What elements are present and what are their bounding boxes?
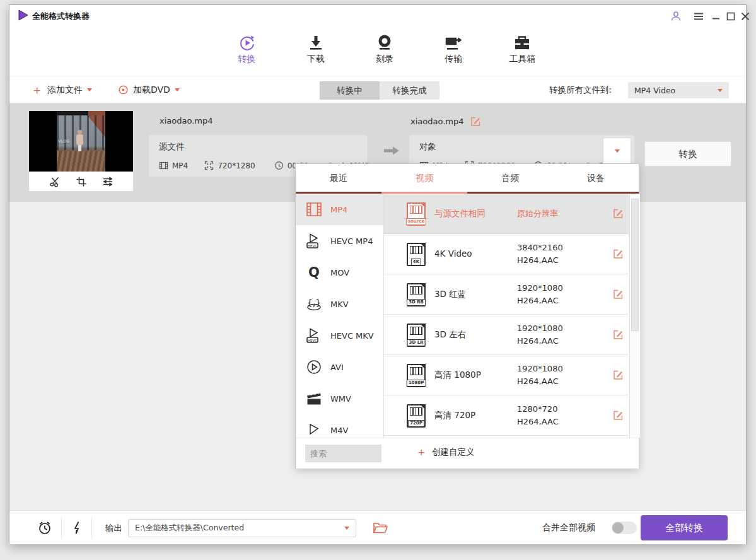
preset-edit-icon[interactable] (613, 208, 624, 219)
convert-all-to-label: 转换所有文件到: (549, 85, 612, 96)
film-icon (159, 161, 168, 170)
merge-videos-toggle[interactable] (612, 522, 637, 534)
divider (91, 517, 92, 539)
tab-download[interactable]: 下载 (281, 28, 350, 76)
preset-3d-rb-icon: 3D RB (407, 283, 426, 306)
tab-converted[interactable]: 转换完成 (380, 81, 439, 100)
output-path-caret-icon (344, 527, 349, 530)
tab-toolbox[interactable]: 工具箱 (488, 28, 557, 76)
preset-3d-rb[interactable]: 3D RB 3D 红蓝 1920*1080H264,AAC (384, 274, 629, 315)
hevc-mkv-icon: HEVC (305, 327, 323, 344)
convert-icon (238, 33, 257, 52)
high-speed-icon[interactable] (70, 520, 85, 535)
effects-icon[interactable] (102, 176, 113, 187)
crop-icon[interactable] (76, 176, 87, 187)
tab-video[interactable]: 视频 (381, 164, 467, 192)
close-icon[interactable] (738, 9, 752, 23)
wmv-icon (305, 390, 323, 407)
avi-icon (305, 358, 323, 376)
format-item-m4v[interactable]: M4V (296, 414, 383, 438)
minimize-icon[interactable] (709, 9, 723, 23)
source-section-label: 源文件 (159, 141, 185, 153)
svg-text:HEVC: HEVC (308, 339, 318, 342)
convert-all-button[interactable]: 全部转换 (641, 515, 728, 540)
trim-icon[interactable] (49, 176, 61, 187)
target-format-dropdown-button[interactable] (603, 137, 631, 165)
preset-edit-icon[interactable] (613, 329, 624, 340)
rename-icon[interactable] (470, 116, 481, 127)
toolbar: ＋ 添加文件 加载DVD 转换中 转换完成 转换所有文件到: MP4 Video (9, 76, 746, 103)
load-dvd-button[interactable]: 加载DVD (118, 76, 180, 103)
tab-convert-label: 转换 (238, 54, 256, 64)
tab-burn[interactable]: 刻录 (350, 28, 419, 76)
preset-3d-lr-icon: 3D LR (407, 324, 426, 347)
tab-convert[interactable]: 转换 (212, 28, 281, 76)
merge-videos-label: 合并全部视频 (542, 522, 595, 534)
format-item-wmv[interactable]: WMV (296, 383, 383, 414)
desktop: { "titlebar": { "title": "全能格式转换器" }, "n… (0, 0, 756, 560)
preset-edit-icon[interactable] (613, 248, 624, 259)
format-item-mp4[interactable]: MP4 (296, 194, 383, 225)
preset-4k-icon: 4K (407, 243, 426, 266)
output-path-value: E:\全能格式转换器\Converted (135, 523, 244, 534)
scrollbar-thumb[interactable] (631, 199, 639, 331)
format-item-avi[interactable]: AVI (296, 351, 383, 383)
tab-transfer-label: 传输 (445, 54, 462, 64)
format-item-hevc-mp4[interactable]: HEVC HEVC MP4 (296, 225, 383, 257)
preset-1080p-icon: 1080P (407, 364, 426, 387)
format-item-mkv[interactable]: {,} MKV (296, 288, 383, 320)
format-item-hevc-mkv[interactable]: HEVC HEVC MKV (296, 320, 383, 351)
tab-transfer[interactable]: 传输 (419, 28, 488, 76)
preset-1080p[interactable]: 1080P 高清 1080P 1920*1080H264,AAC (384, 355, 629, 395)
output-path-select[interactable]: E:\全能格式转换器\Converted (128, 519, 356, 537)
add-files-label: 添加文件 (47, 85, 83, 96)
preset-same-as-source[interactable]: source 与源文件相同 原始分辨率 (384, 194, 629, 234)
mp4-icon (305, 201, 323, 218)
create-custom-button[interactable]: ＋ 创建自定义 (416, 446, 475, 458)
duration-icon (274, 161, 284, 170)
source-filename: xiaodao.mp4 (160, 116, 213, 125)
svg-text:HEVC: HEVC (308, 244, 318, 248)
download-icon (306, 33, 325, 52)
menu-icon[interactable] (692, 9, 706, 23)
target-filename-row: xiaodao.mp4 (410, 116, 481, 127)
convert-button[interactable]: 转换 (644, 141, 731, 166)
tab-converting[interactable]: 转换中 (320, 81, 380, 100)
preset-3d-lr[interactable]: 3D LR 3D 左右 1920*1080H264,AAC (384, 315, 629, 355)
resolution-icon (204, 161, 214, 170)
tab-toolbox-label: 工具箱 (509, 54, 535, 64)
format-item-label: MOV (330, 268, 349, 277)
format-item-label: MP4 (330, 205, 347, 214)
preset-edit-icon[interactable] (613, 410, 624, 421)
toggle-knob (612, 522, 624, 534)
tab-device[interactable]: 设备 (553, 164, 639, 192)
preset-720p[interactable]: 720P 高清 720P 1280*720H264,AAC (384, 395, 629, 436)
toolbox-icon (513, 33, 532, 52)
schedule-icon[interactable] (37, 520, 52, 535)
plus-icon: ＋ (31, 84, 43, 96)
divider (61, 517, 62, 539)
tab-recent[interactable]: 最近 (296, 164, 381, 192)
app-window: 全能格式转换器 转换 (9, 4, 747, 544)
search-input[interactable] (305, 445, 381, 462)
format-item-mov[interactable]: Q MOV (296, 257, 383, 288)
preset-edit-icon[interactable] (613, 370, 624, 380)
maximize-icon[interactable] (724, 9, 738, 23)
format-item-label: WMV (330, 394, 351, 404)
output-format-select[interactable]: MP4 Video (628, 82, 729, 98)
tab-burn-label: 刻录 (376, 54, 393, 64)
account-icon[interactable] (669, 9, 683, 23)
dvd-icon (118, 85, 129, 95)
tab-audio[interactable]: 音频 (467, 164, 553, 192)
mkv-icon: {,} (305, 295, 323, 313)
source-resolution: 720*1280 (218, 161, 255, 170)
preset-list: source 与源文件相同 原始分辨率 4K 4K Video 3840*216… (384, 194, 640, 438)
m4v-icon (305, 421, 323, 438)
convert-arrow-icon (383, 145, 400, 156)
create-custom-label: 创建自定义 (432, 446, 475, 458)
preset-4k[interactable]: 4K 4K Video 3840*2160H264,AAC (384, 234, 629, 274)
preset-edit-icon[interactable] (613, 289, 624, 300)
open-folder-icon[interactable] (373, 522, 388, 535)
thumbnail-image: VLOG (57, 111, 105, 172)
add-files-button[interactable]: ＋ 添加文件 (31, 76, 92, 103)
